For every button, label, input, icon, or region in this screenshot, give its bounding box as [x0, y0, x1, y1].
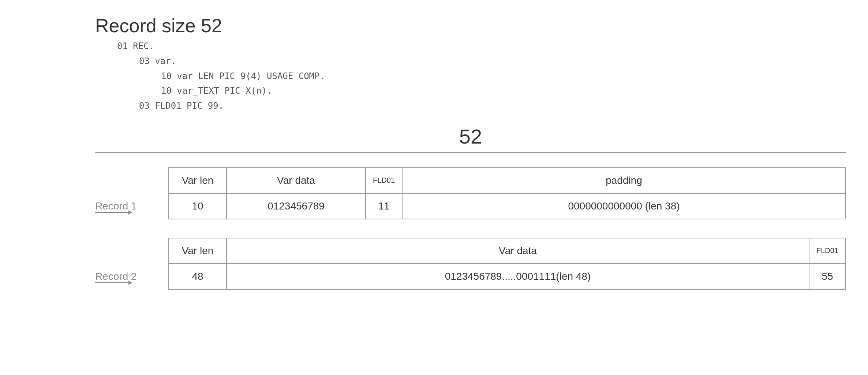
page-title: Record size 52 — [95, 15, 846, 37]
record2-header-fld01: FLD01 — [809, 238, 846, 264]
record1-side-header — [95, 167, 168, 194]
record1-data: 10 0123456789 11 0000000000000 (len 38) — [168, 194, 846, 219]
size-label-row: 52 — [95, 125, 846, 153]
record1-header-table: Var len Var data FLD01 padding — [168, 167, 846, 194]
record1-label: Record 1 — [95, 200, 161, 212]
record1-header-varlen: Var len — [168, 167, 227, 194]
record1-side-data: Record 1 — [95, 194, 168, 219]
record2-data-varlen: 48 — [168, 264, 227, 290]
record1-arrow-line — [95, 212, 132, 213]
code-line-4: 10 var_TEXT PIC X(n). — [95, 83, 846, 99]
record2-data-table: 48 0123456789.....0001111(len 48) 55 — [168, 264, 846, 290]
record2-arrow-line — [95, 282, 132, 283]
record1-data-table: 10 0123456789 11 0000000000000 (len 38) — [168, 194, 846, 219]
record2-side-header — [95, 238, 168, 264]
record2-header-row: Var len Var data FLD01 — [95, 238, 846, 264]
record2-header-table: Var len Var data FLD01 — [168, 238, 846, 264]
code-line-5: 03 FLD01 PIC 99. — [95, 99, 846, 114]
record2-header: Var len Var data FLD01 — [168, 238, 846, 264]
record1-header: Var len Var data FLD01 padding — [168, 167, 846, 194]
record1-data-varlen: 10 — [168, 194, 227, 219]
record2-header-varlen: Var len — [168, 238, 227, 264]
record1-data-vardata: 0123456789 — [227, 194, 366, 219]
record1-header-fld01: FLD01 — [366, 167, 403, 194]
record2-data-row: Record 2 48 0123456789.....0001111(len 4… — [95, 264, 846, 290]
code-line-2: 03 var. — [95, 54, 846, 69]
code-block: 01 REC. 03 var. 10 var_LEN PIC 9(4) USAG… — [95, 39, 846, 114]
record1-data-fld01: 11 — [366, 194, 403, 219]
record2-data-vardata: 0123456789.....0001111(len 48) — [227, 264, 809, 290]
record2-data: 48 0123456789.....0001111(len 48) 55 — [168, 264, 846, 290]
record1-header-padding: padding — [403, 167, 846, 194]
record1-header-vardata: Var data — [227, 167, 366, 194]
code-line-1: 01 REC. — [95, 39, 846, 54]
size-label: 52 — [95, 125, 846, 153]
record2-label: Record 2 — [95, 271, 161, 282]
records-container: Var len Var data FLD01 padding Record 1 … — [95, 167, 846, 290]
record2-section: Var len Var data FLD01 Record 2 48 01234… — [95, 238, 846, 290]
record2-side-data: Record 2 — [95, 264, 168, 290]
record1-data-padding: 0000000000000 (len 38) — [403, 194, 846, 219]
record2-data-fld01: 55 — [809, 264, 846, 290]
record1-data-row: Record 1 10 0123456789 11 0000000000000 … — [95, 194, 846, 219]
code-line-3: 10 var_LEN PIC 9(4) USAGE COMP. — [95, 69, 846, 84]
record2-header-vardata: Var data — [227, 238, 809, 264]
record1-section: Var len Var data FLD01 padding Record 1 … — [95, 167, 846, 219]
record1-header-row: Var len Var data FLD01 padding — [95, 167, 846, 194]
record1-arrow — [95, 212, 161, 213]
record2-arrow — [95, 282, 161, 283]
